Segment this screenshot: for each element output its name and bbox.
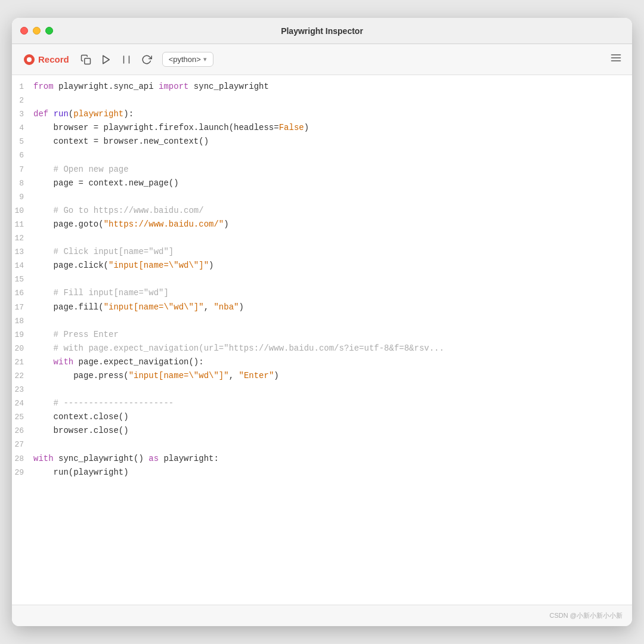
code-line: 4 browser = playwright.firefox.launch(he… — [12, 121, 632, 135]
line-content: # with page.expect_navigation(url="https… — [33, 342, 623, 355]
main-window: Playwright Inspector Record — [12, 18, 632, 626]
line-content: page.goto("https://www.baidu.com/") — [33, 218, 623, 231]
line-number: 22 — [12, 370, 33, 382]
line-content: context = browser.new_context() — [33, 135, 623, 148]
code-line: 1from playwright.sync_api import sync_pl… — [12, 80, 632, 94]
line-content — [33, 314, 623, 328]
code-editor[interactable]: 1from playwright.sync_api import sync_pl… — [12, 75, 632, 605]
pause-button[interactable] — [118, 51, 135, 68]
line-number: 18 — [12, 315, 33, 327]
line-number: 6 — [12, 149, 33, 162]
line-number: 12 — [12, 232, 33, 244]
code-line: 7 # Open new page — [12, 163, 632, 177]
code-line: 16 # Fill input[name="wd"] — [12, 286, 632, 300]
footer: CSDN @小新小新小小新 — [12, 605, 632, 626]
line-content: page.click("input[name=\"wd\"]") — [33, 259, 623, 273]
line-number: 5 — [12, 135, 33, 148]
record-icon-inner — [27, 57, 32, 62]
line-number: 24 — [12, 397, 33, 410]
line-content: run(playwright) — [33, 466, 623, 479]
line-number: 3 — [12, 108, 33, 120]
line-content — [33, 438, 623, 451]
line-content: with page.expect_navigation(): — [33, 355, 623, 369]
traffic-lights — [20, 27, 53, 35]
line-number: 21 — [12, 356, 33, 369]
language-selector[interactable]: <python> ▾ — [162, 52, 213, 67]
record-button[interactable]: Record — [19, 52, 74, 67]
maximize-button[interactable] — [45, 27, 53, 35]
code-line: 27 — [12, 438, 632, 451]
titlebar: Playwright Inspector — [12, 18, 632, 44]
line-number: 27 — [12, 438, 33, 451]
lang-label: <python> — [169, 55, 201, 64]
line-content — [33, 190, 623, 204]
line-number: 9 — [12, 191, 33, 203]
window-title: Playwright Inspector — [281, 26, 363, 36]
code-line: 29 run(playwright) — [12, 466, 632, 479]
toolbar: Record — [12, 44, 632, 75]
step-button[interactable] — [138, 51, 155, 68]
record-label: Record — [38, 54, 69, 64]
code-line: 15 — [12, 273, 632, 286]
code-line: 23 — [12, 383, 632, 397]
line-content: context.close() — [33, 410, 623, 424]
code-line: 12 — [12, 231, 632, 245]
copy-icon — [80, 54, 91, 65]
line-content — [33, 148, 623, 162]
code-line: 11 page.goto("https://www.baidu.com/") — [12, 218, 632, 231]
line-content — [33, 94, 623, 107]
code-line: 6 — [12, 148, 632, 162]
line-content — [33, 231, 623, 245]
code-line: 2 — [12, 94, 632, 107]
code-line: 8 page = context.new_page() — [12, 177, 632, 190]
code-line: 13 # Click input[name="wd"] — [12, 245, 632, 259]
line-number: 16 — [12, 287, 33, 299]
line-number: 1 — [12, 80, 33, 93]
line-content: page.press("input[name=\"wd\"]", "Enter"… — [33, 369, 623, 383]
code-line: 22 page.press("input[name=\"wd\"]", "Ent… — [12, 369, 632, 383]
svg-rect-0 — [84, 58, 90, 64]
line-content: # Press Enter — [33, 328, 623, 342]
line-number: 10 — [12, 205, 33, 217]
line-content: # Go to https://www.baidu.com/ — [33, 204, 623, 218]
line-number: 8 — [12, 177, 33, 190]
minimize-button[interactable] — [33, 27, 41, 35]
code-line: 9 — [12, 190, 632, 204]
close-button[interactable] — [20, 27, 28, 35]
chevron-down-icon: ▾ — [203, 55, 207, 63]
line-number: 20 — [12, 342, 33, 355]
code-line: 28with sync_playwright() as playwright: — [12, 452, 632, 466]
line-content — [33, 383, 623, 397]
line-number: 11 — [12, 218, 33, 231]
step-icon — [141, 54, 152, 65]
play-icon — [101, 54, 112, 65]
line-number: 2 — [12, 94, 33, 107]
line-content: from playwright.sync_api import sync_pla… — [33, 80, 623, 94]
code-line: 17 page.fill("input[name=\"wd\"]", "nba"… — [12, 301, 632, 314]
line-number: 25 — [12, 411, 33, 423]
line-number: 14 — [12, 259, 33, 272]
line-number: 29 — [12, 466, 33, 479]
line-number: 4 — [12, 122, 33, 134]
line-number: 19 — [12, 329, 33, 341]
svg-marker-1 — [103, 55, 109, 64]
record-icon — [24, 54, 35, 65]
line-number: 7 — [12, 163, 33, 176]
play-button[interactable] — [98, 51, 114, 68]
copy-button[interactable] — [78, 51, 94, 68]
code-line: 26 browser.close() — [12, 424, 632, 438]
line-number: 13 — [12, 246, 33, 258]
pause-icon — [121, 54, 132, 65]
code-line: 18 — [12, 314, 632, 328]
line-content: page.fill("input[name=\"wd\"]", "nba") — [33, 301, 623, 314]
code-line: 25 context.close() — [12, 410, 632, 424]
menu-button[interactable] — [607, 49, 625, 70]
code-line: 14 page.click("input[name=\"wd\"]") — [12, 259, 632, 273]
watermark: CSDN @小新小新小小新 — [550, 611, 623, 620]
line-content: # Fill input[name="wd"] — [33, 286, 623, 300]
line-content: page = context.new_page() — [33, 177, 623, 190]
line-number: 15 — [12, 273, 33, 286]
code-line: 24 # ---------------------- — [12, 397, 632, 410]
code-line: 20 # with page.expect_navigation(url="ht… — [12, 342, 632, 355]
line-number: 28 — [12, 453, 33, 465]
